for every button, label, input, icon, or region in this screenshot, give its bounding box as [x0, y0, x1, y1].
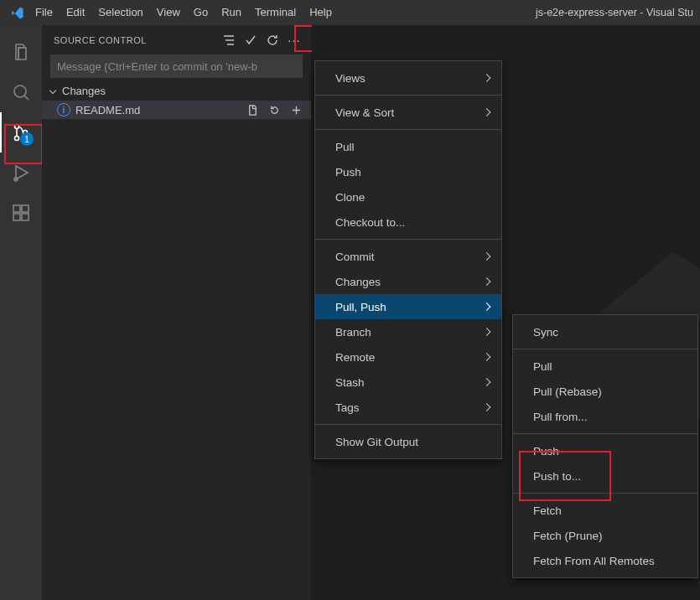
file-name: README.md — [75, 104, 140, 116]
info-icon: i — [57, 103, 70, 116]
menu-show-git-output[interactable]: Show Git Output — [315, 429, 501, 454]
changes-label: Changes — [62, 85, 106, 97]
more-actions-icon[interactable]: ··· — [284, 30, 304, 50]
menu-stash[interactable]: Stash — [315, 370, 501, 395]
submenu-push[interactable]: Push — [513, 438, 697, 463]
menubar-selection[interactable]: Selection — [91, 0, 149, 25]
explorer-icon[interactable] — [0, 32, 42, 72]
scm-more-actions-menu: Views View & Sort Pull Push Clone Checko… — [314, 60, 502, 459]
svg-point-2 — [15, 137, 19, 141]
source-control-icon[interactable]: 1 — [0, 112, 42, 153]
scm-badge: 1 — [20, 132, 34, 146]
run-debug-icon[interactable] — [0, 153, 42, 193]
menu-pull[interactable]: Pull — [315, 134, 501, 159]
vscode-logo-icon — [5, 6, 29, 20]
source-control-panel: SOURCE CONTROL ··· Message (Ctrl+Enter t… — [42, 25, 312, 600]
menu-tags[interactable]: Tags — [315, 395, 501, 420]
commit-message-input[interactable]: Message (Ctrl+Enter to commit on 'new-b — [50, 54, 303, 78]
commit-check-icon[interactable] — [241, 30, 261, 50]
stage-plus-icon[interactable] — [288, 104, 304, 116]
refresh-icon[interactable] — [262, 30, 283, 50]
menubar-file[interactable]: File — [29, 0, 60, 25]
pull-push-submenu: Sync Pull Pull (Rebase) Pull from... Pus… — [512, 314, 698, 578]
menubar-go[interactable]: Go — [187, 0, 215, 25]
submenu-fetch-all[interactable]: Fetch From All Remotes — [513, 548, 697, 573]
menubar-run[interactable]: Run — [215, 0, 248, 25]
menubar-edit[interactable]: Edit — [60, 0, 91, 25]
submenu-fetch-prune[interactable]: Fetch (Prune) — [513, 523, 697, 548]
submenu-sync[interactable]: Sync — [513, 319, 697, 344]
window-title: js-e2e-express-server - Visual Stu — [339, 7, 695, 18]
open-file-icon[interactable] — [244, 104, 261, 116]
menu-remote[interactable]: Remote — [315, 344, 501, 370]
extensions-icon[interactable] — [0, 193, 42, 233]
submenu-pull[interactable]: Pull — [513, 354, 697, 379]
submenu-pull-rebase[interactable]: Pull (Rebase) — [513, 379, 697, 404]
menubar-view[interactable]: View — [150, 0, 187, 25]
svg-point-0 — [14, 85, 26, 97]
submenu-pull-from[interactable]: Pull from... — [513, 404, 697, 429]
svg-rect-6 — [22, 205, 29, 212]
svg-rect-7 — [13, 214, 20, 220]
menu-pull-push[interactable]: Pull, Push — [315, 294, 501, 319]
svg-rect-5 — [13, 205, 20, 212]
submenu-push-to[interactable]: Push to... — [513, 463, 697, 489]
menu-commit[interactable]: Commit — [315, 244, 501, 269]
menu-clone[interactable]: Clone — [315, 184, 501, 209]
menu-branch[interactable]: Branch — [315, 319, 501, 344]
menubar-help[interactable]: Help — [303, 0, 339, 25]
discard-icon[interactable] — [266, 104, 283, 116]
menu-views[interactable]: Views — [315, 65, 501, 91]
panel-header: SOURCE CONTROL ··· — [42, 25, 311, 54]
submenu-fetch[interactable]: Fetch — [513, 498, 697, 523]
menubar-terminal[interactable]: Terminal — [248, 0, 303, 25]
changes-section-header[interactable]: Changes — [42, 81, 311, 101]
activity-bar: 1 — [0, 25, 42, 600]
changed-file-row[interactable]: i README.md — [42, 101, 311, 119]
panel-title: SOURCE CONTROL — [54, 35, 219, 45]
search-icon[interactable] — [0, 72, 42, 112]
menu-checkout[interactable]: Checkout to... — [315, 209, 501, 235]
menu-changes[interactable]: Changes — [315, 269, 501, 294]
chevron-down-icon — [49, 86, 56, 93]
menubar: File Edit Selection View Go Run Terminal… — [0, 0, 700, 25]
menu-view-sort[interactable]: View & Sort — [315, 100, 501, 125]
menu-push[interactable]: Push — [315, 159, 501, 184]
svg-rect-8 — [22, 214, 29, 220]
svg-point-1 — [15, 125, 19, 129]
view-as-tree-icon[interactable] — [219, 30, 239, 50]
